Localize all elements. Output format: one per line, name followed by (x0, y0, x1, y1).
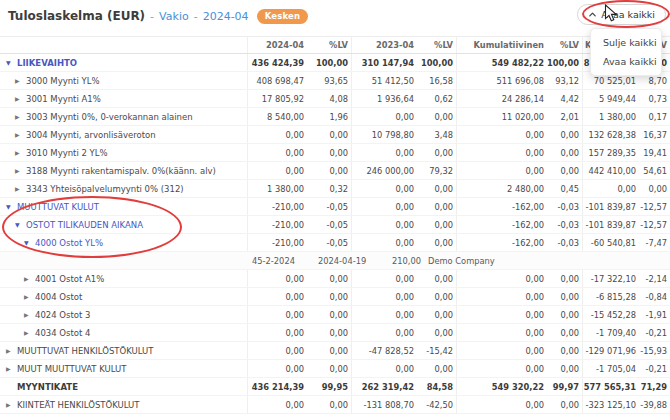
value-cell: 0,00 (457, 342, 547, 359)
report-row[interactable]: ▶3001 Myynti A1%17 805,924,081 936,640,6… (0, 90, 670, 108)
value-cell: 0,00 (547, 144, 583, 161)
column-header: 2023-04 (352, 37, 417, 53)
value-cell: 0,00 (307, 360, 352, 377)
value-cell: -210,00 (248, 216, 307, 233)
account-name-cell: ▶3343 Yhteisöpalvelumyynti 0% (312) (0, 180, 248, 197)
value-cell: 0,00 (457, 324, 547, 341)
value-cell: 511 696,08 (457, 72, 547, 89)
value-cell: 100,00 (417, 54, 457, 71)
table-header-row: 2024-04%LV2023-04%LVKumulatiivinen%LVKum… (0, 36, 670, 54)
collapse-row-icon[interactable]: ▼ (24, 239, 33, 246)
expand-row-icon[interactable]: ▶ (24, 275, 33, 282)
report-row[interactable]: ▶3000 Myynti YL%408 698,4793,6551 412,50… (0, 72, 670, 90)
expand-row-icon[interactable]: ▶ (24, 311, 33, 318)
value-cell: 5 949,44 (583, 90, 639, 107)
expand-row-icon[interactable]: ▶ (24, 329, 33, 336)
value-cell: 24 286,14 (457, 90, 547, 107)
value-cell: 132 628,38 (583, 126, 639, 143)
value-cell: 0,00 (417, 216, 457, 233)
report-row[interactable]: ▼OSTOT TILIKAUDEN AIKANA-210,00-0,050,00… (0, 216, 670, 234)
report-row[interactable]: ▶3004 Myynti, arvonlisäveroton0,000,0010… (0, 126, 670, 144)
collapse-row-icon[interactable]: ▼ (6, 59, 15, 66)
report-row[interactable]: ▶4034 Ostot 40,000,000,000,000,000,00-1 … (0, 324, 670, 342)
value-cell: 0,00 (639, 180, 670, 197)
value-cell: 99,95 (307, 378, 352, 395)
report-row[interactable]: ▶4001 Ostot A1%0,000,000,000,000,000,00-… (0, 270, 670, 288)
value-cell: 3,48 (417, 126, 457, 143)
value-cell: 0,00 (547, 306, 583, 323)
report-row[interactable]: MYYNTIKATE436 214,3999,95262 319,4284,58… (0, 378, 670, 396)
value-cell: -1 709,40 (583, 324, 639, 341)
expand-row-icon[interactable]: ▶ (15, 185, 24, 192)
value-cell: 0,00 (307, 144, 352, 161)
expand-all-button[interactable]: Avaa kaikki (577, 4, 666, 25)
report-row[interactable]: ▶3003 Myynti 0%, 0-verokannan alainen8 5… (0, 108, 670, 126)
account-name-cell: ▶MUUTTUVAT HENKILÖSTÖKULUT (0, 342, 248, 359)
value-cell: 0,00 (547, 126, 583, 143)
value-cell: -210,00 (248, 234, 307, 251)
value-cell: 0,00 (248, 144, 307, 161)
expand-row-icon[interactable]: ▶ (6, 365, 15, 372)
expand-row-icon[interactable]: ▶ (6, 347, 15, 354)
report-row[interactable]: ▼4000 Ostot YL%-210,00-0,050,000,00-162,… (0, 234, 670, 252)
value-cell: -15,42 (417, 342, 457, 359)
value-cell: 0,00 (457, 306, 547, 323)
expand-row-icon[interactable]: ▶ (6, 401, 15, 408)
transaction-detail-row[interactable]: 45-2-20242024-04-19210,00Demo Company (0, 252, 670, 270)
row-label: 4004 Ostot (35, 292, 82, 302)
report-row[interactable]: ▶MUUTTUVAT HENKILÖSTÖKULUT0,000,00-47 82… (0, 342, 670, 360)
value-cell: 17 805,92 (248, 90, 307, 107)
value-cell: 51 412,50 (352, 72, 417, 89)
row-label: MUUT MUUTTUVAT KULUT (17, 364, 127, 374)
layout-selector-link[interactable]: Vakio (159, 10, 189, 23)
expand-row-icon[interactable]: ▶ (15, 131, 24, 138)
value-cell: 0,17 (639, 108, 670, 125)
value-cell: 0,00 (417, 108, 457, 125)
report-row[interactable]: ▶KIINTEÄT HENKILÖSTÖKULUT0,000,00-131 80… (0, 396, 670, 414)
expand-row-icon[interactable]: ▶ (15, 113, 24, 120)
menu-item-collapse-all[interactable]: Sulje kaikki (591, 33, 661, 52)
value-cell: -210,00 (248, 198, 307, 215)
value-cell: 0,00 (417, 270, 457, 287)
period-selector-link[interactable]: 2024-04 (203, 10, 249, 23)
value-cell: 0,00 (352, 144, 417, 161)
value-cell: 0,73 (639, 90, 670, 107)
row-label: KIINTEÄT HENKILÖSTÖKULUT (17, 400, 139, 410)
value-cell: 0,00 (248, 306, 307, 323)
separator-dash: - (150, 10, 154, 23)
value-cell: 1,96 (307, 108, 352, 125)
expand-all-button-label: Avaa kaikki (601, 9, 655, 20)
value-cell: 1 380,00 (248, 180, 307, 197)
report-row[interactable]: ▶3188 Myynti rakentamispalv. 0%(käänn. a… (0, 162, 670, 180)
report-row[interactable]: ▼MUUTTUVAT KULUT-210,00-0,050,000,00-162… (0, 198, 670, 216)
value-cell: 11 020,00 (457, 108, 547, 125)
expand-row-icon[interactable]: ▶ (15, 77, 24, 84)
value-cell: 0,00 (547, 288, 583, 305)
value-cell: 1 936,64 (352, 90, 417, 107)
report-row[interactable]: ▼LIIKEVAIHTO436 424,39100,00310 147,9410… (0, 54, 670, 72)
report-row[interactable]: ▶3010 Myynti 2 YL%0,000,000,000,000,000,… (0, 144, 670, 162)
account-name-cell: ▶KIINTEÄT HENKILÖSTÖKULUT (0, 396, 248, 413)
menu-item-expand-all[interactable]: Avaa kaikki (591, 52, 661, 71)
report-row[interactable]: ▶4024 Ostot 30,000,000,000,000,000,00-15… (0, 306, 670, 324)
value-cell: 0,00 (307, 306, 352, 323)
account-name-cell: ▼OSTOT TILIKAUDEN AIKANA (0, 216, 248, 233)
expand-row-icon[interactable]: ▶ (15, 95, 24, 102)
collapse-row-icon[interactable]: ▼ (6, 203, 15, 210)
value-cell: 79,32 (417, 162, 457, 179)
value-cell: -101 839,87 (583, 216, 639, 233)
expand-row-icon[interactable]: ▶ (24, 293, 33, 300)
account-name-cell: ▶3010 Myynti 2 YL% (0, 144, 248, 161)
value-cell: 0,00 (457, 288, 547, 305)
value-cell: 0,32 (307, 180, 352, 197)
value-cell: -0,05 (307, 216, 352, 233)
report-row[interactable]: ▶3343 Yhteisöpalvelumyynti 0% (312)1 380… (0, 180, 670, 198)
value-cell: 0,00 (457, 396, 547, 413)
report-row[interactable]: ▶4004 Ostot0,000,000,000,000,000,00-6 81… (0, 288, 670, 306)
value-cell: 549 320,22 (457, 378, 547, 395)
report-row[interactable]: ▶MUUT MUUTTUVAT KULUT0,000,000,000,000,0… (0, 360, 670, 378)
expand-row-icon[interactable]: ▶ (15, 167, 24, 174)
value-cell: -47 828,52 (352, 342, 417, 359)
expand-row-icon[interactable]: ▶ (15, 149, 24, 156)
collapse-row-icon[interactable]: ▼ (15, 221, 24, 228)
